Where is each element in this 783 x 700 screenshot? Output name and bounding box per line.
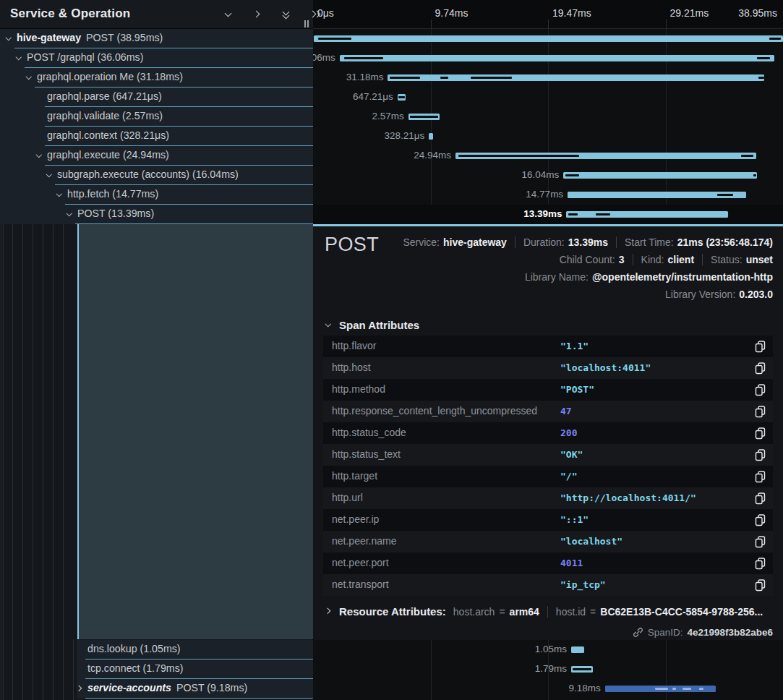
span-row[interactable]: graphql.operation Me (31.18ms) [0, 68, 313, 88]
timeline-row[interactable]: 2.57ms [313, 107, 783, 127]
span-id-row: SpanID: 4e21998f3b82abe6 [633, 627, 773, 638]
span-row[interactable]: dns.lookup (1.05ms) [0, 640, 313, 660]
span-bar[interactable] [388, 74, 763, 81]
span-bar[interactable] [568, 192, 745, 198]
span-bar[interactable] [566, 211, 727, 218]
copy-icon[interactable] [755, 406, 766, 418]
span-bar[interactable] [605, 686, 716, 692]
resource-attributes-header[interactable]: Resource Attributes: host.arch=arm64host… [325, 605, 763, 618]
resource-attribute-value: arm64 [510, 606, 539, 618]
span-label: hive-gatewayPOST (38.95ms) [17, 32, 163, 43]
span-bar[interactable] [571, 646, 584, 653]
timeline-row[interactable]: 13.39ms [313, 205, 783, 224]
timeline-tick-mark [431, 20, 432, 29]
span-row[interactable]: http.fetch (14.77ms) [0, 185, 313, 205]
span-label: service-accountsPOST (9.18ms) [87, 682, 247, 693]
span-row[interactable]: tcp.connect (1.79ms) [0, 660, 313, 679]
copy-icon[interactable] [755, 471, 766, 483]
span-bar-mark [568, 213, 578, 215]
span-label: tcp.connect (1.79ms) [87, 662, 183, 674]
span-bar[interactable] [571, 666, 593, 673]
timeline-row[interactable]: 16.04ms [313, 166, 783, 185]
timeline-row[interactable]: 24.94ms [313, 146, 783, 166]
span-row[interactable]: subgraph.execute (accounts) (16.04ms) [0, 166, 313, 185]
detail-field-value: unset [746, 254, 773, 265]
timeline-row[interactable]: 1.05ms [313, 640, 783, 660]
chevron-down-icon[interactable] [35, 152, 44, 161]
chevron-down-icon[interactable] [25, 74, 34, 82]
copy-icon[interactable] [755, 362, 766, 375]
span-bar[interactable] [429, 133, 433, 140]
timeline-row[interactable]: 36.06ms [313, 48, 783, 68]
attribute-key: net.transport [332, 579, 389, 590]
detail-meta-line: Library Name:@opentelemetry/instrumentat… [525, 271, 773, 283]
span-row[interactable]: graphql.context (328.21μs) [0, 127, 313, 146]
copy-icon[interactable] [755, 558, 766, 570]
span-bar-mark [699, 688, 703, 690]
chevron-down-icon[interactable] [15, 54, 24, 63]
double-chevron-down-icon[interactable] [282, 10, 291, 19]
copy-icon[interactable] [755, 514, 766, 526]
span-bar[interactable] [563, 172, 757, 179]
span-row[interactable]: graphql.validate (2.57ms) [0, 107, 313, 127]
chevron-down-icon[interactable] [66, 210, 74, 219]
panel-resize-grip[interactable] [304, 17, 312, 26]
link-icon[interactable] [633, 627, 643, 638]
span-id-label: SpanID: [648, 627, 683, 638]
trace-viewer: 38.95ms36.06ms31.18ms647.21μs2.57ms328.2… [0, 0, 783, 700]
span-bar[interactable] [398, 94, 406, 101]
span-row[interactable]: service-accountsPOST (9.18ms) [0, 679, 313, 699]
copy-icon[interactable] [755, 449, 766, 461]
span-bar[interactable] [455, 153, 756, 159]
attribute-key: net.peer.port [332, 557, 389, 568]
span-row-underline [85, 698, 313, 699]
timeline-row[interactable]: 14.77ms [313, 185, 783, 205]
copy-icon[interactable] [755, 536, 766, 548]
chevron-right-icon[interactable] [253, 10, 262, 19]
copy-icon[interactable] [755, 384, 766, 396]
timeline-row[interactable]: 1.79ms [313, 660, 783, 679]
resource-attributes-title: Resource Attributes: [339, 605, 446, 618]
span-bar[interactable] [408, 114, 440, 120]
copy-icon[interactable] [755, 579, 766, 592]
attribute-key: http.status_code [332, 427, 406, 438]
detail-field-label: Status: [711, 254, 743, 265]
timeline-row[interactable]: 9.18ms [313, 679, 783, 699]
timeline-tick-label: 29.21ms [670, 7, 709, 19]
span-attributes-header[interactable]: Span Attributes [325, 319, 419, 331]
indent-guide [33, 166, 33, 700]
resource-attribute-key: host.id [556, 606, 586, 618]
timeline-row[interactable]: 647.21μs [313, 88, 783, 107]
timeline-row[interactable]: 31.18ms [313, 68, 783, 88]
timeline-row[interactable]: 328.21μs [313, 127, 783, 146]
span-row[interactable]: graphql.execute (24.94ms) [0, 146, 313, 166]
double-chevron-right-icon[interactable] [311, 10, 320, 19]
timeline-row[interactable]: 38.95ms [313, 29, 783, 48]
span-row[interactable]: POST (13.39ms) [0, 205, 313, 224]
span-bar-mark [717, 194, 733, 196]
span-row[interactable]: hive-gatewayPOST (38.95ms) [0, 29, 313, 48]
chevron-down-icon[interactable] [224, 10, 233, 19]
copy-icon[interactable] [755, 492, 766, 505]
span-operation-name: graphql.operation Me (31.18ms) [37, 71, 183, 82]
span-row[interactable]: POST /graphql (36.06ms) [0, 48, 313, 68]
attribute-row: http.url"http://localhost:4011/" [323, 487, 773, 509]
copy-icon[interactable] [755, 341, 766, 353]
chevron-down-icon[interactable] [46, 171, 54, 180]
span-label: http.fetch (14.77ms) [67, 188, 158, 200]
field-divider [515, 236, 515, 248]
span-bar[interactable] [314, 35, 783, 42]
attribute-value: "http://localhost:4011/" [560, 492, 696, 503]
attribute-key: http.status_text [332, 448, 401, 460]
attribute-value: "localhost" [560, 536, 622, 547]
chevron-down-icon[interactable] [56, 191, 64, 200]
span-row[interactable]: graphql.parse (647.21μs) [0, 88, 313, 107]
span-bar[interactable] [340, 55, 775, 61]
detail-field-value: 3 [619, 254, 625, 265]
chevron-right-icon[interactable] [76, 685, 85, 693]
copy-icon[interactable] [755, 427, 766, 440]
attribute-key: net.peer.ip [332, 513, 379, 525]
attribute-row: http.flavor"1.1" [323, 336, 773, 357]
chevron-down-icon[interactable] [5, 35, 14, 43]
span-bar-mark [758, 77, 764, 79]
